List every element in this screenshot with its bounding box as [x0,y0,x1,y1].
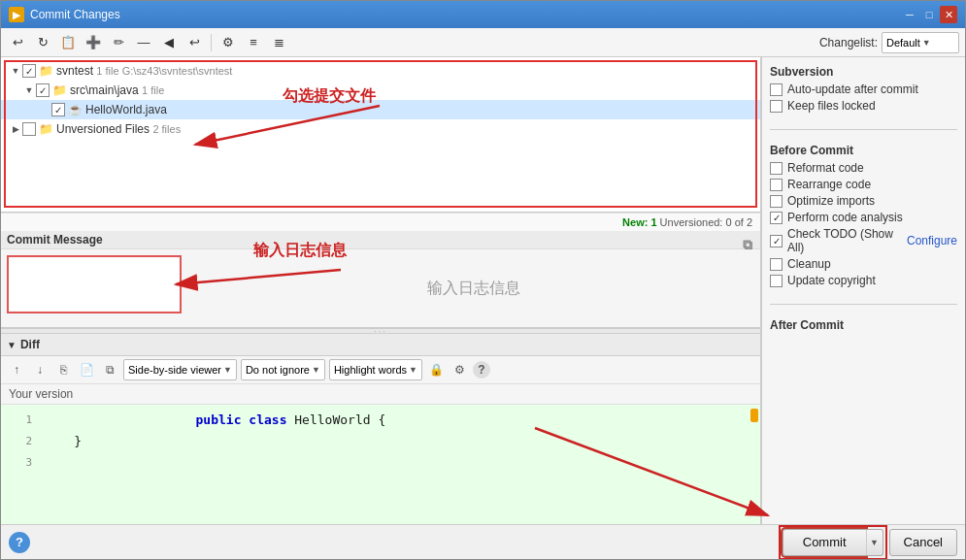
toolbar-settings-btn[interactable]: ⚙ [217,32,239,53]
help-button[interactable]: ? [9,532,30,553]
diff-line-1: 1 public class HelloWorld { [1,409,760,430]
bottom-bar: ? Commit ▼ Cancel [1,524,965,559]
changelist-dropdown[interactable]: Default ▼ [882,32,959,53]
commit-dropdown-arrow[interactable]: ▼ [866,529,883,556]
annotation-log: 输入日志信息 [253,241,347,261]
highlight-dropdown[interactable]: Highlight words ▼ [329,359,422,380]
left-panel: ▼ 📁 svntest 1 file G:\sz43\svntest\svnte… [1,57,761,524]
close-button[interactable]: ✕ [940,6,957,23]
folder-icon: 📁 [39,122,53,136]
file-tree-area: ▼ 📁 svntest 1 file G:\sz43\svntest\svnte… [1,57,760,213]
option-auto-update[interactable]: Auto-update after commit [770,82,957,96]
option-update-copyright[interactable]: Update copyright [770,274,957,287]
highlight-arrow-icon: ▼ [409,365,417,375]
unversioned-stat: Unversioned: 0 of 2 [660,216,752,228]
diff-down-btn[interactable]: ↓ [30,360,50,379]
diff-line-3: 3 [1,451,760,473]
check-optimize[interactable] [770,195,783,208]
tree-item-helloworld[interactable]: ☕ HelloWorld.java [1,100,760,119]
maximize-button[interactable]: □ [920,6,938,23]
diff-up-btn[interactable]: ↑ [7,360,26,379]
toggle-icon[interactable]: ▼ [9,66,22,76]
tree-item-src[interactable]: ▼ 📁 src\main\java 1 file [1,81,760,100]
ignore-arrow-icon: ▼ [312,365,320,375]
commit-message-body: 输入日志信息 [1,249,760,327]
toggle-icon[interactable]: ▼ [22,85,36,95]
check-auto-update[interactable] [770,83,783,96]
before-commit-title: Before Commit [770,144,957,157]
diff-copy-btn[interactable]: ⎘ [53,360,73,379]
toolbar-refresh-btn[interactable]: ↻ [32,32,53,53]
check-svntest[interactable] [22,64,36,78]
tree-item-svntest[interactable]: ▼ 📁 svntest 1 file G:\sz43\svntest\svnte… [1,61,760,81]
title-bar-left: ▶ Commit Changes [9,7,120,22]
toolbar-back-btn[interactable]: ↩ [7,32,28,53]
check-todo[interactable] [770,235,783,247]
line-num-2: 2 [9,435,32,447]
subversion-section: Subversion Auto-update after commit Keep… [770,65,957,115]
option-rearrange[interactable]: Rearrange code [770,178,957,191]
line-content-1: public class HelloWorld { [44,405,385,442]
check-rearrange[interactable] [770,179,783,191]
label-check-todo: Check TODO (Show All) [787,227,902,254]
diff-file-btn[interactable]: 📄 [77,360,96,379]
option-check-todo[interactable]: Check TODO (Show All) Configure [770,227,957,254]
diff-content: Your version 1 public class HelloWorld {… [1,384,760,524]
option-perform-analysis[interactable]: Perform code analysis [770,211,957,224]
label-rearrange: Rearrange code [787,178,871,191]
option-keep-locked[interactable]: Keep files locked [770,99,957,113]
bottom-right: Commit ▼ Cancel [783,529,957,556]
label-copyright: Update copyright [787,274,876,287]
toolbar-separator [211,34,212,51]
toolbar-list2-btn[interactable]: ≣ [268,32,289,53]
app-icon: ▶ [9,7,24,22]
changelist-arrow-icon: ▼ [922,38,931,48]
check-copyright[interactable] [770,275,783,287]
subversion-title: Subversion [770,65,957,79]
commit-message-box[interactable] [7,255,182,313]
window-title: Commit Changes [30,8,120,21]
diff-label: Diff [20,338,40,351]
title-bar-controls: ─ □ ✕ [901,6,957,23]
right-panel: Subversion Auto-update after commit Keep… [761,57,965,524]
check-helloworld[interactable] [51,103,65,116]
diff-copy2-btn[interactable]: ⧉ [100,360,119,379]
diff-gear-btn[interactable]: ⚙ [450,360,469,379]
toolbar-edit-btn[interactable]: ✏ [108,32,129,53]
toolbar-list-btn[interactable]: ≡ [243,32,264,53]
toolbar-add-btn[interactable]: ➕ [83,32,104,53]
label-optimize: Optimize imports [787,194,875,208]
viewer-label: Side-by-side viewer [128,364,221,376]
check-keep-locked[interactable] [770,100,783,113]
viewer-dropdown[interactable]: Side-by-side viewer ▼ [123,359,237,380]
check-reformat[interactable] [770,162,783,175]
cancel-button[interactable]: Cancel [889,529,957,556]
commit-button[interactable]: Commit [783,529,866,556]
toolbar-left-btn[interactable]: ◀ [158,32,180,53]
check-cleanup[interactable] [770,258,783,271]
check-src[interactable] [36,83,50,97]
diff-help-btn[interactable]: ? [473,361,490,379]
commit-message-header: Commit Message ⧉ [1,231,760,249]
toggle-icon[interactable]: ▶ [9,124,22,134]
check-unversioned[interactable] [22,122,36,136]
ignore-dropdown[interactable]: Do not ignore ▼ [241,359,325,380]
folder-icon: 📁 [52,83,67,97]
tree-item-unversioned[interactable]: ▶ 📁 Unversioned Files 2 files [1,119,760,139]
commit-btn-group: Commit ▼ [783,529,883,556]
toolbar-remove-btn[interactable]: — [133,32,154,53]
option-cleanup[interactable]: Cleanup [770,257,957,271]
scrollbar-indicator [750,409,758,422]
option-optimize[interactable]: Optimize imports [770,194,957,208]
diff-lock-btn[interactable]: 🔒 [426,360,446,379]
toolbar-undo-btn[interactable]: ↩ [183,32,205,53]
diff-version-label: Your version [1,384,760,405]
toolbar-copy-btn[interactable]: 📋 [57,32,79,53]
option-reformat[interactable]: Reformat code [770,161,957,175]
diff-collapse-icon[interactable]: ▼ [7,340,17,350]
check-perform-analysis[interactable] [770,212,783,224]
tree-label-src: src\main\java 1 file [70,83,164,97]
minimize-button[interactable]: ─ [901,6,918,23]
configure-link[interactable]: Configure [907,234,957,247]
highlight-label: Highlight words [334,364,407,376]
